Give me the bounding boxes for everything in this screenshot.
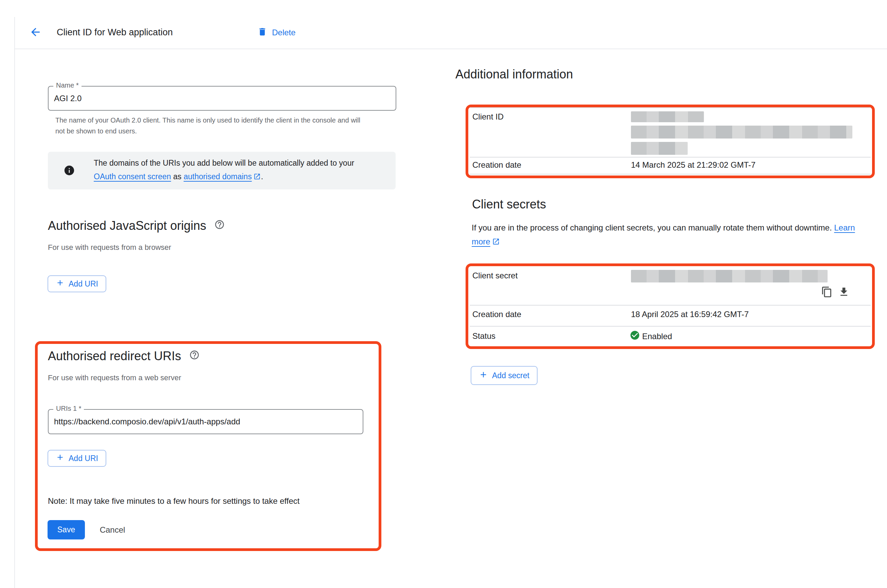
info-banner-text: The domains of the URIs you add below wi…: [94, 156, 362, 184]
add-uri-label: Add URI: [69, 279, 98, 289]
back-arrow-icon: [29, 26, 42, 40]
creation-date-value: 14 March 2025 at 21:29:02 GMT-7: [631, 160, 756, 170]
back-button[interactable]: [29, 26, 42, 39]
client-id-redacted-line-2: [631, 126, 852, 138]
add-uri-label: Add URI: [69, 454, 98, 463]
redirect-uris-title: Authorised redirect URIs: [48, 349, 181, 363]
name-helper-text: The name of your OAuth 2.0 client. This …: [56, 115, 361, 136]
save-button[interactable]: Save: [48, 520, 85, 540]
oauth-consent-screen-link[interactable]: OAuth consent screen: [94, 172, 171, 181]
secret-creation-date-value: 18 April 2025 at 16:59:42 GMT-7: [631, 310, 749, 319]
redirect-uri-1-value: https://backend.composio.dev/api/v1/auth…: [54, 417, 240, 426]
redirect-uris-highlight-box: [35, 341, 381, 551]
row-divider: [470, 326, 871, 327]
authorised-domains-link[interactable]: authorised domains: [184, 172, 252, 181]
creation-date-label: Creation date: [472, 160, 521, 170]
name-field-value: AGI 2.0: [54, 94, 81, 103]
help-icon[interactable]: [214, 219, 225, 233]
client-secret-redacted-line: [631, 270, 828, 282]
client-secrets-description: If you are in the process of changing cl…: [472, 220, 855, 249]
info-text-part2: as: [171, 172, 184, 181]
js-origins-title: Authorised JavaScript origins: [48, 219, 206, 233]
status-value-row: Enabled: [630, 330, 672, 342]
download-secret-button[interactable]: [837, 286, 851, 299]
client-secret-label: Client secret: [472, 271, 518, 280]
plus-icon: [479, 370, 488, 381]
row-divider: [470, 107, 871, 108]
js-origins-subtitle: For use with requests from a browser: [48, 243, 171, 252]
row-divider: [470, 305, 871, 306]
add-secret-label: Add secret: [492, 371, 530, 380]
info-icon: [63, 165, 75, 177]
content-left-border: [14, 17, 15, 588]
add-secret-button[interactable]: Add secret: [471, 366, 537, 385]
check-circle-icon: [630, 330, 640, 342]
js-origins-heading: Authorised JavaScript origins: [48, 219, 225, 233]
status-label: Status: [472, 332, 495, 341]
add-uri-button-js-origins[interactable]: Add URI: [48, 275, 106, 292]
trash-icon: [257, 27, 267, 39]
client-id-label: Client ID: [472, 112, 504, 122]
row-divider: [470, 157, 871, 158]
cancel-button[interactable]: Cancel: [94, 520, 131, 540]
info-text-part3: .: [261, 172, 263, 181]
client-secrets-description-text: If you are in the process of changing cl…: [472, 223, 834, 232]
redirect-uris-subtitle: For use with requests from a web server: [48, 374, 181, 382]
additional-information-heading: Additional information: [455, 67, 573, 81]
settings-note: Note: It may take five minutes to a few …: [48, 496, 300, 506]
delete-button[interactable]: Delete: [257, 26, 296, 39]
download-icon: [838, 286, 849, 299]
client-secrets-heading: Client secrets: [472, 197, 546, 212]
redirect-uri-1-field[interactable]: URIs 1 * https://backend.composio.dev/ap…: [48, 409, 363, 434]
row-divider: [470, 174, 871, 174]
page-title: Client ID for Web application: [57, 27, 173, 38]
redirect-uris-heading: Authorised redirect URIs: [48, 349, 200, 363]
secret-creation-date-label: Creation date: [472, 310, 521, 319]
name-field-label: Name *: [53, 81, 81, 89]
status-value: Enabled: [642, 332, 672, 341]
client-secrets-title: Client secrets: [472, 197, 546, 212]
help-icon[interactable]: [189, 349, 200, 363]
external-link-icon: [492, 236, 500, 249]
plus-icon: [56, 453, 65, 464]
plus-icon: [56, 278, 65, 289]
copy-secret-button[interactable]: [820, 286, 834, 299]
add-uri-button-redirect[interactable]: Add URI: [48, 450, 106, 467]
redirect-uri-1-label: URIs 1 *: [53, 405, 84, 412]
delete-button-label: Delete: [272, 28, 296, 38]
client-id-redacted-line-3: [631, 142, 688, 155]
info-text-part1: The domains of the URIs you add below wi…: [94, 159, 354, 167]
client-id-highlight-box: Client ID Creation date 14 March 2025 at…: [465, 105, 875, 178]
external-link-icon: [253, 171, 261, 184]
additional-information-title: Additional information: [455, 67, 573, 81]
name-field[interactable]: Name * AGI 2.0: [48, 86, 396, 111]
info-banner: The domains of the URIs you add below wi…: [48, 152, 396, 189]
client-secret-highlight-box: Client secret Creation date 18 April 202…: [465, 264, 875, 349]
copy-icon: [821, 286, 833, 299]
client-id-redacted-line-1: [631, 111, 704, 122]
